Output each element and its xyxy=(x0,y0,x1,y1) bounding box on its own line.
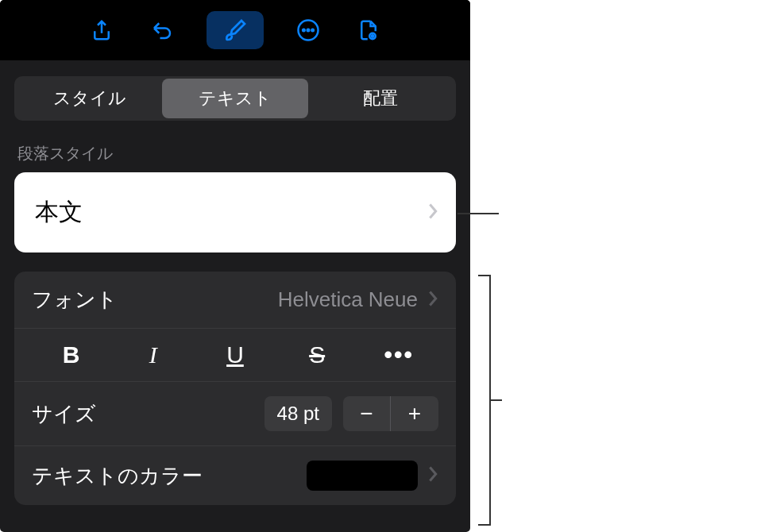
text-color-label: テキストのカラー xyxy=(32,462,307,490)
color-swatch[interactable] xyxy=(307,461,418,491)
size-decrease-button[interactable]: − xyxy=(343,396,391,431)
strikethrough-button[interactable]: S xyxy=(297,341,337,368)
svg-point-1 xyxy=(303,29,305,32)
share-icon xyxy=(90,18,114,42)
format-panel: スタイル テキスト 配置 段落スタイル 本文 フォント Helvetica Ne… xyxy=(0,0,470,532)
svg-point-3 xyxy=(311,29,314,32)
more-styles-button[interactable]: ••• xyxy=(379,341,419,368)
svg-point-5 xyxy=(372,35,374,37)
undo-icon xyxy=(150,18,174,42)
undo-button[interactable] xyxy=(146,14,178,46)
size-label: サイズ xyxy=(32,400,264,428)
share-button[interactable] xyxy=(86,14,118,46)
ellipsis-circle-icon xyxy=(296,18,320,42)
callout-line xyxy=(478,275,489,276)
font-settings-list: フォント Helvetica Neue B I U S ••• サイズ 48 p… xyxy=(14,272,456,505)
tab-layout[interactable]: 配置 xyxy=(308,79,454,118)
svg-point-2 xyxy=(307,29,310,32)
toolbar xyxy=(0,0,470,60)
bold-button[interactable]: B xyxy=(52,341,91,368)
size-value[interactable]: 48 pt xyxy=(264,396,332,431)
format-button[interactable] xyxy=(207,11,264,49)
paragraph-style-value: 本文 xyxy=(35,196,83,229)
chevron-right-icon xyxy=(427,202,438,223)
more-button[interactable] xyxy=(292,14,324,46)
tab-style[interactable]: スタイル xyxy=(17,79,162,118)
callout-line xyxy=(478,524,489,526)
font-row[interactable]: フォント Helvetica Neue xyxy=(14,272,456,329)
document-view-button[interactable] xyxy=(353,14,384,46)
callout-line xyxy=(457,213,499,214)
chevron-right-icon xyxy=(427,465,438,486)
chevron-right-icon xyxy=(427,290,438,310)
paragraph-style-label: 段落スタイル xyxy=(14,143,456,164)
size-stepper: − + xyxy=(343,396,438,431)
segmented-control: スタイル テキスト 配置 xyxy=(14,76,456,121)
paragraph-style-row[interactable]: 本文 xyxy=(14,172,456,253)
font-value: Helvetica Neue xyxy=(278,287,418,312)
text-color-row[interactable]: テキストのカラー xyxy=(14,446,456,505)
size-increase-button[interactable]: + xyxy=(391,396,438,431)
text-style-buttons: B I U S ••• xyxy=(14,329,456,382)
italic-button[interactable]: I xyxy=(133,341,173,368)
document-view-icon xyxy=(357,18,380,42)
font-label: フォント xyxy=(32,286,278,314)
callout-line xyxy=(489,399,502,401)
size-row: サイズ 48 pt − + xyxy=(14,382,456,446)
underline-button[interactable]: U xyxy=(215,341,255,368)
panel-content: スタイル テキスト 配置 段落スタイル 本文 フォント Helvetica Ne… xyxy=(0,60,470,521)
tab-text[interactable]: テキスト xyxy=(162,79,307,118)
paintbrush-icon xyxy=(222,17,248,43)
